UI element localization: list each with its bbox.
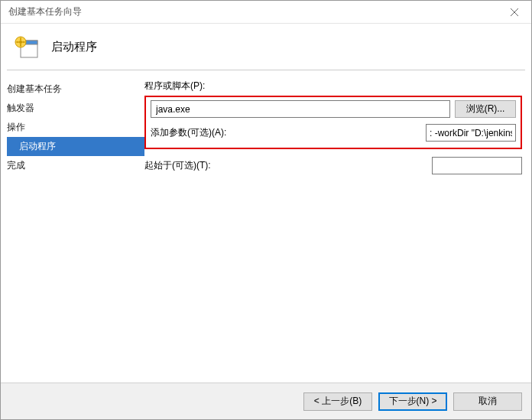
back-button[interactable]: < 上一步(B) <box>303 392 372 411</box>
args-label: 添加参数(可选)(A): <box>151 126 226 139</box>
startin-row: 起始于(可选)(T): <box>144 157 522 174</box>
program-row: 浏览(R)... <box>151 100 516 118</box>
body: 创建基本任务 触发器 操作 启动程序 完成 程序或脚本(P): 浏览(R)...… <box>1 70 531 383</box>
sidebar-item-trigger[interactable]: 触发器 <box>7 99 144 118</box>
sidebar-item-create-task[interactable]: 创建基本任务 <box>7 80 144 99</box>
startin-label: 起始于(可选)(T): <box>144 159 211 172</box>
sidebar-item-action[interactable]: 操作 <box>7 118 144 137</box>
next-button[interactable]: 下一步(N) > <box>378 392 447 411</box>
args-input[interactable] <box>426 124 516 142</box>
main-panel: 程序或脚本(P): 浏览(R)... 添加参数(可选)(A): 起始于(可选)(… <box>144 80 531 383</box>
cancel-button[interactable]: 取消 <box>453 392 522 411</box>
program-input[interactable] <box>151 100 450 118</box>
titlebar: 创建基本任务向导 <box>1 1 531 24</box>
window-title: 创建基本任务向导 <box>8 5 82 18</box>
footer-button-bar: < 上一步(B) 下一步(N) > 取消 <box>1 383 531 419</box>
args-row: 添加参数(可选)(A): <box>151 124 516 142</box>
close-icon <box>511 8 518 16</box>
wizard-steps-sidebar: 创建基本任务 触发器 操作 启动程序 完成 <box>1 80 144 383</box>
page-title: 启动程序 <box>51 40 97 54</box>
program-action-icon <box>15 34 39 59</box>
wizard-window: 创建基本任务向导 启动程序 创建基本任务 触发器 操作 启动程序 完成 程序或脚 <box>0 0 532 420</box>
program-label: 程序或脚本(P): <box>144 80 522 93</box>
header: 启动程序 <box>1 24 531 70</box>
sidebar-item-finish[interactable]: 完成 <box>7 156 144 175</box>
close-button[interactable] <box>497 1 531 23</box>
sidebar-item-start-program[interactable]: 启动程序 <box>7 137 144 156</box>
highlight-annotation-box: 浏览(R)... 添加参数(可选)(A): <box>144 96 522 149</box>
startin-input[interactable] <box>432 157 522 174</box>
browse-button[interactable]: 浏览(R)... <box>455 100 516 118</box>
